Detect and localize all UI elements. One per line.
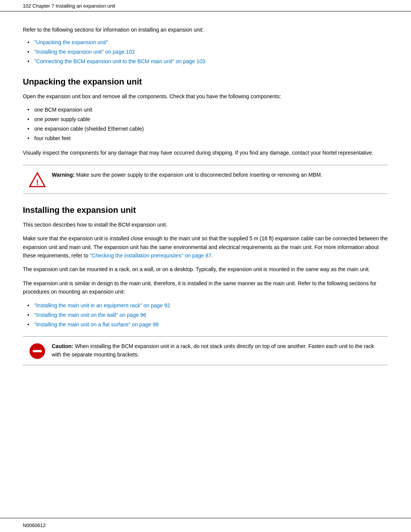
section2-heading: Installing the expansion unit [23,205,388,215]
page-container: 102 Chapter 7 Installing an expansion un… [0,0,411,532]
section2-paragraph3: The expansion unit can be mounted in a r… [23,265,388,273]
section2-link-item-3: "Installing the main unit on a flat surf… [34,321,388,329]
section2-link-item-1: "Installing the main unit in an equipmen… [34,302,388,310]
caution-body: When installing the BCM expansion unit i… [52,343,374,358]
footer-bar: N0060612 [0,518,411,532]
section1-item-3: one expansion cable (shielded Ethernet c… [34,125,388,133]
section1-closing-paragraph: Visually inspect the components for any … [23,149,388,157]
warning-box: ! Warning: Make sure the power supply to… [23,165,388,194]
svg-rect-3 [33,350,42,352]
section2-links-list: "Installing the main unit in an equipmen… [34,302,388,329]
caution-label: Caution: [52,343,73,349]
footer-text: N0060612 [23,522,46,528]
caution-box: Caution: When installing the BCM expansi… [23,336,388,365]
intro-link-1[interactable]: "Unpacking the expansion unit" [34,39,108,45]
content-area: Refer to the following sections for info… [0,11,411,388]
warning-body: Make sure the power supply to the expans… [76,172,322,178]
section2-link-item-2: "Installing the main unit on the wall" o… [34,311,388,319]
intro-paragraph: Refer to the following sections for info… [23,26,388,34]
warning-text: Warning: Make sure the power supply to t… [52,171,322,179]
section1-heading: Unpacking the expansion unit [23,77,388,87]
header-text: 102 Chapter 7 Installing an expansion un… [23,3,115,9]
section1-item-1: one BCM expansion unit [34,106,388,114]
section2-link-3[interactable]: "Installing the main unit on a flat surf… [34,321,159,328]
caution-icon [29,343,46,359]
intro-link-3[interactable]: "Connecting the BCM expansion unit to th… [34,58,206,64]
section2-paragraph2: Make sure that the expansion unit is ins… [23,234,388,260]
section2-paragraph2-end: . [212,252,213,259]
warning-label: Warning: [52,172,75,178]
section1-item-4: four rubber feet [34,134,388,142]
intro-link-item-1: "Unpacking the expansion unit" [34,38,388,46]
section2-link-2[interactable]: "Installing the main unit on the wall" o… [34,312,146,318]
intro-links-list: "Unpacking the expansion unit" "Installi… [34,38,388,66]
section1-item-2: one power supply cable [34,115,388,123]
section1-paragraph: Open the expansion unit box and remove a… [23,92,388,101]
header-bar: 102 Chapter 7 Installing an expansion un… [0,0,411,11]
svg-text:!: ! [36,178,39,187]
section1-items-list: one BCM expansion unit one power supply … [34,106,388,142]
intro-link-2[interactable]: "Installing the expansion unit" on page … [34,49,135,55]
intro-link-item-2: "Installing the expansion unit" on page … [34,48,388,56]
warning-icon: ! [29,171,46,188]
section2-paragraph1: This section describes how to install th… [23,220,388,229]
section2-paragraph4: The expansion unit is similar in design … [23,279,388,296]
caution-text: Caution: When installing the BCM expansi… [52,342,382,359]
intro-link-item-3: "Connecting the BCM expansion unit to th… [34,58,388,66]
section2-link-prereqs[interactable]: "Checking the installation prerequisites… [90,252,212,259]
section2-link-1[interactable]: "Installing the main unit in an equipmen… [34,302,170,308]
